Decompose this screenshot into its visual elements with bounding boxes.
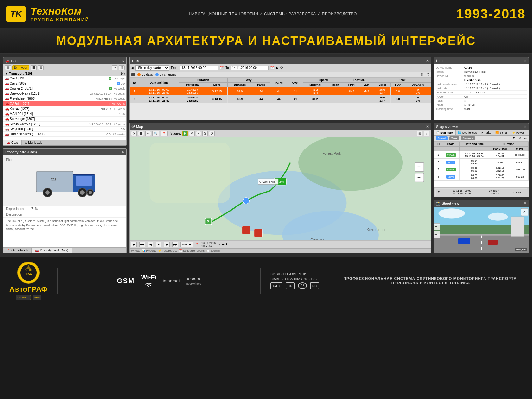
play-btn[interactable]: ▶: [131, 242, 137, 247]
cars-list-btn[interactable]: ☰: [31, 65, 37, 70]
map-tab-journal[interactable]: 📋 Journal: [206, 249, 220, 252]
cal-from-icon[interactable]: 📅: [219, 66, 224, 70]
stages-tab-geo[interactable]: 🌐 Geo-fences: [456, 130, 479, 135]
map-area[interactable]: P GAZell ! ! GAZell E783 Спутник: [130, 137, 431, 240]
tab-geo-objects[interactable]: 📍 Geo objects: [3, 248, 32, 253]
speed-select[interactable]: 60x: [180, 242, 193, 247]
stages-content: ID State Date and time Duration Park/Tot…: [434, 142, 529, 187]
tab-multitrack[interactable]: ⊕ Multitrack: [22, 140, 45, 145]
car-icon-small: 🚗: [5, 112, 9, 116]
svg-point-36: [488, 213, 508, 221]
info-panel-close[interactable]: ✕: [523, 59, 527, 63]
print-icon[interactable]: 🖨: [426, 73, 429, 76]
table-row[interactable]: 3 P Park 05:3606:29 0:52:150:52:15 00:00…: [434, 166, 529, 173]
rew-btn[interactable]: ◀: [148, 242, 153, 247]
prev-btn[interactable]: ◀◀: [139, 242, 145, 247]
stage-dur: 02:01: [489, 159, 511, 166]
list-item[interactable]: 🚗 Scavenger [1307]: [3, 117, 126, 122]
stage-p-btn[interactable]: P: [182, 131, 188, 136]
list-item[interactable]: 🚗 Steyr 001 [1316] 0.0: [3, 127, 126, 132]
tab-property-card[interactable]: 🚗 Property card (Cars): [32, 248, 72, 253]
stage-dur: 5:34:545:34:54: [489, 151, 511, 159]
left-column: 🚗 Cars ✕ ▤ By motion ☰ ⊞ ↗ ⚙ ▼ Transport…: [3, 57, 127, 253]
settings-icon[interactable]: ⚙: [421, 73, 424, 76]
ffwd-btn[interactable]: ▶▶: [172, 242, 178, 247]
street-view-close[interactable]: ✕: [523, 201, 527, 206]
table-row[interactable]: 1 P Park 13.11.16 - 05:3413.11.16 - 05:3…: [434, 151, 529, 159]
map-tab-map[interactable]: 🗺 Map: [131, 249, 140, 252]
col-id: ID: [130, 78, 139, 87]
car-tag: P: [109, 87, 112, 90]
map-expand-btn[interactable]: ⤢: [424, 131, 429, 136]
map-refresh-btn[interactable]: ⟳: [131, 131, 137, 136]
map-tool1-btn[interactable]: ☰: [138, 131, 144, 136]
list-item[interactable]: 🚗 Car 2 [3869] P 0.0: [3, 81, 126, 86]
list-item-selected[interactable]: 🚗 GAZell [1274] E 783 АА 66: [3, 101, 126, 106]
trips-from-input[interactable]: [180, 66, 218, 70]
cars-panel-close[interactable]: ✕: [121, 59, 124, 63]
stage-m-btn[interactable]: M: [189, 131, 195, 136]
stages-tab-parks[interactable]: P Parks: [479, 130, 493, 135]
sub-tab-tank[interactable]: Tank: [449, 136, 459, 140]
map-tab-reports[interactable]: 📊 Reports: [142, 249, 156, 252]
list-item[interactable]: 🚗 MAN 004 [1314] 18.6: [3, 111, 126, 117]
company-tagline: НАВИГАЦИОННЫЕ ТЕХНОЛОГИИ И СИСТЕМЫ: РАЗР…: [189, 12, 357, 16]
list-item[interactable]: 🚗 Freightliner [3868] A 827 НЕ 58 +1 wee…: [3, 96, 126, 101]
map-tab-fast[interactable]: ⚡ Fast reports: [158, 249, 177, 252]
list-item[interactable]: 🚗 Urban services (1) [1308] 0.0 +2 weeks: [3, 132, 126, 137]
car-status: 26.5: [106, 107, 112, 111]
info-last-data-label: Last data: [436, 87, 464, 90]
stages-tab-summary[interactable]: 📋 Summary: [434, 130, 456, 135]
list-item[interactable]: 🚗 Kamaz [1278] NO 26.5 +2 years: [3, 106, 126, 111]
map-tab-schedule[interactable]: 📅 Schedule reports: [179, 249, 205, 252]
list-item[interactable]: 🚗 Daewoo Nexia [1281] OT739A174 69.4 +2 …: [3, 91, 126, 96]
stage-f-btn[interactable]: F: [196, 131, 201, 136]
table-row[interactable]: 1 13.11.16 - 00:00 13.11.16 - 23:59 20:4…: [130, 87, 431, 95]
col-duration: Duration: [179, 78, 228, 83]
trips-panel-close[interactable]: ✕: [426, 59, 429, 63]
fwd-btn[interactable]: ▶: [164, 242, 170, 247]
cars-settings-btn[interactable]: ⚙: [119, 65, 125, 70]
svg-text:−: −: [434, 232, 437, 237]
sub-tab-sensors[interactable]: Sensors: [461, 136, 475, 140]
by-changes-label: By changes: [160, 73, 176, 76]
stages-filter-icon[interactable]: ▼: [512, 136, 515, 140]
sub-tab-speed[interactable]: Speed: [436, 136, 448, 140]
list-item[interactable]: 🚗 Courier 2 [3871] P +1 week: [3, 86, 126, 91]
property-card-panel: Property card (Cars) ✕ Photo: [3, 148, 127, 253]
map-tool3-btn[interactable]: 🔍: [152, 131, 159, 136]
list-item[interactable]: 🚗 Car 1 [1315] P +6 days: [3, 76, 126, 81]
refresh-icon[interactable]: ⟳: [280, 66, 283, 70]
stage-o-btn[interactable]: O: [209, 131, 215, 136]
stop-btn[interactable]: ■: [156, 242, 162, 247]
cal-to-icon[interactable]: 📅: [270, 66, 275, 70]
list-item[interactable]: 🚗 Skoda Octavia [1282] XK 186 A 11 68.8 …: [3, 122, 126, 127]
map-tool4-btn[interactable]: 📍: [161, 131, 168, 136]
map-layers-btn[interactable]: ⊞: [417, 131, 422, 136]
cars-group-transport[interactable]: ▼ Transport [220] (4): [3, 71, 126, 76]
table-row[interactable]: 4 Move 06:2906:30 0:00:000:01:22 0:01:22: [434, 173, 529, 180]
stages-print-icon[interactable]: 🖨: [524, 136, 527, 140]
stages-settings-icon[interactable]: ⚙: [518, 136, 521, 140]
stages-panel-close[interactable]: ✕: [523, 124, 527, 129]
trips-since-select[interactable]: Since day started: [135, 65, 169, 71]
table-row[interactable]: 2 Move 05:3405:36 02:01 0:02:01: [434, 159, 529, 166]
stages-tab-power[interactable]: ⚡ Power: [510, 130, 527, 135]
cars-list: ▼ Transport [220] (4) 🚗 Car 1 [1315] P +…: [3, 71, 126, 140]
map-tool2-btn[interactable]: ✏: [145, 131, 151, 136]
cars-export-btn[interactable]: ↗: [112, 65, 117, 70]
cars-bymotion-btn[interactable]: By motion: [12, 65, 29, 70]
map-panel-close[interactable]: ✕: [426, 124, 429, 129]
nav-prev-btn[interactable]: ◀: [131, 66, 134, 70]
car-icon-small: 🚗: [5, 132, 9, 136]
stage-s-btn[interactable]: S: [202, 131, 208, 136]
by-days-filter[interactable]: By days: [137, 73, 153, 76]
by-changes-filter[interactable]: By changes: [155, 73, 176, 76]
stages-tab-signal[interactable]: 📶 Signal: [493, 130, 510, 135]
nav-next-btn[interactable]: ▶: [276, 66, 279, 70]
tab-cars[interactable]: 🚗 Cars: [3, 140, 22, 145]
property-card-close[interactable]: ✕: [121, 150, 124, 154]
cars-grid-btn[interactable]: ⊞: [38, 65, 44, 70]
cars-group-btn[interactable]: ▤: [5, 65, 11, 70]
trips-to-input[interactable]: [231, 66, 269, 70]
